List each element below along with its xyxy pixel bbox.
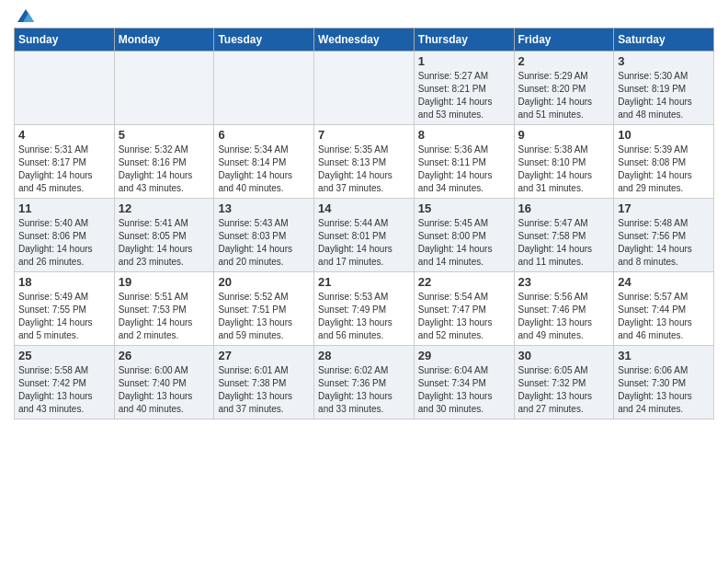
day-info: Sunrise: 6:01 AM Sunset: 7:38 PM Dayligh…	[218, 364, 310, 416]
day-info: Sunrise: 5:52 AM Sunset: 7:51 PM Dayligh…	[218, 291, 310, 342]
weekday-header-tuesday: Tuesday	[214, 29, 314, 52]
day-number: 13	[218, 201, 310, 215]
calendar-cell: 16Sunrise: 5:47 AM Sunset: 7:58 PM Dayli…	[514, 199, 614, 272]
day-info: Sunrise: 6:06 AM Sunset: 7:30 PM Dayligh…	[618, 364, 710, 416]
calendar-cell: 12Sunrise: 5:41 AM Sunset: 8:05 PM Dayli…	[114, 199, 214, 272]
calendar-cell	[114, 52, 214, 125]
day-number: 23	[518, 275, 610, 289]
calendar-cell: 3Sunrise: 5:30 AM Sunset: 8:19 PM Daylig…	[614, 52, 714, 125]
calendar-cell: 28Sunrise: 6:02 AM Sunset: 7:36 PM Dayli…	[314, 346, 415, 419]
logo	[14, 9, 36, 22]
day-number: 21	[318, 275, 410, 289]
day-number: 3	[618, 54, 710, 68]
weekday-header-friday: Friday	[514, 29, 614, 52]
day-info: Sunrise: 5:45 AM Sunset: 8:00 PM Dayligh…	[418, 217, 510, 269]
day-number: 5	[119, 128, 210, 142]
day-number: 19	[119, 275, 210, 289]
day-info: Sunrise: 5:27 AM Sunset: 8:21 PM Dayligh…	[418, 70, 510, 121]
day-info: Sunrise: 5:39 AM Sunset: 8:08 PM Dayligh…	[618, 144, 710, 195]
calendar-cell	[15, 52, 115, 125]
header	[14, 9, 714, 22]
calendar-cell: 25Sunrise: 5:58 AM Sunset: 7:42 PM Dayli…	[15, 346, 115, 419]
day-number: 26	[119, 349, 210, 362]
calendar-cell: 23Sunrise: 5:56 AM Sunset: 7:46 PM Dayli…	[514, 272, 614, 346]
day-number: 11	[18, 201, 110, 215]
day-info: Sunrise: 5:48 AM Sunset: 7:56 PM Dayligh…	[618, 217, 710, 269]
day-info: Sunrise: 5:43 AM Sunset: 8:03 PM Dayligh…	[218, 217, 310, 269]
day-info: Sunrise: 5:47 AM Sunset: 7:58 PM Dayligh…	[518, 217, 610, 269]
calendar-cell: 22Sunrise: 5:54 AM Sunset: 7:47 PM Dayli…	[414, 272, 514, 346]
calendar-cell: 27Sunrise: 6:01 AM Sunset: 7:38 PM Dayli…	[214, 346, 314, 419]
calendar-cell: 18Sunrise: 5:49 AM Sunset: 7:55 PM Dayli…	[15, 272, 115, 346]
calendar-cell: 7Sunrise: 5:35 AM Sunset: 8:13 PM Daylig…	[314, 125, 415, 199]
weekday-header-saturday: Saturday	[614, 29, 714, 52]
day-info: Sunrise: 5:32 AM Sunset: 8:16 PM Dayligh…	[119, 144, 210, 195]
day-info: Sunrise: 5:38 AM Sunset: 8:10 PM Dayligh…	[518, 144, 610, 195]
logo-icon	[16, 6, 36, 26]
calendar-cell: 17Sunrise: 5:48 AM Sunset: 7:56 PM Dayli…	[614, 199, 714, 272]
day-number: 14	[318, 201, 410, 215]
week-row-3: 11Sunrise: 5:40 AM Sunset: 8:06 PM Dayli…	[15, 199, 714, 272]
calendar-cell: 29Sunrise: 6:04 AM Sunset: 7:34 PM Dayli…	[414, 346, 514, 419]
calendar-cell: 15Sunrise: 5:45 AM Sunset: 8:00 PM Dayli…	[414, 199, 514, 272]
day-number: 17	[618, 201, 710, 215]
calendar-cell: 13Sunrise: 5:43 AM Sunset: 8:03 PM Dayli…	[214, 199, 314, 272]
weekday-header-wednesday: Wednesday	[314, 29, 415, 52]
day-number: 2	[518, 54, 610, 68]
day-info: Sunrise: 5:30 AM Sunset: 8:19 PM Dayligh…	[618, 70, 710, 121]
calendar-cell: 21Sunrise: 5:53 AM Sunset: 7:49 PM Dayli…	[314, 272, 415, 346]
day-number: 25	[18, 349, 110, 362]
calendar-cell: 20Sunrise: 5:52 AM Sunset: 7:51 PM Dayli…	[214, 272, 314, 346]
day-info: Sunrise: 5:41 AM Sunset: 8:05 PM Dayligh…	[119, 217, 210, 269]
calendar-cell: 19Sunrise: 5:51 AM Sunset: 7:53 PM Dayli…	[114, 272, 214, 346]
day-info: Sunrise: 6:02 AM Sunset: 7:36 PM Dayligh…	[318, 364, 410, 416]
day-info: Sunrise: 5:54 AM Sunset: 7:47 PM Dayligh…	[418, 291, 510, 342]
day-number: 16	[518, 201, 610, 215]
calendar-cell: 8Sunrise: 5:36 AM Sunset: 8:11 PM Daylig…	[414, 125, 514, 199]
day-number: 7	[318, 128, 410, 142]
weekday-header-thursday: Thursday	[414, 29, 514, 52]
calendar-cell: 11Sunrise: 5:40 AM Sunset: 8:06 PM Dayli…	[15, 199, 115, 272]
page-container: SundayMondayTuesdayWednesdayThursdayFrid…	[0, 0, 728, 429]
day-info: Sunrise: 6:05 AM Sunset: 7:32 PM Dayligh…	[518, 364, 610, 416]
calendar-cell	[314, 52, 415, 125]
day-info: Sunrise: 6:04 AM Sunset: 7:34 PM Dayligh…	[418, 364, 510, 416]
day-number: 31	[618, 349, 710, 362]
calendar-table: SundayMondayTuesdayWednesdayThursdayFrid…	[14, 28, 714, 419]
calendar-cell: 10Sunrise: 5:39 AM Sunset: 8:08 PM Dayli…	[614, 125, 714, 199]
day-number: 27	[218, 349, 310, 362]
weekday-header-monday: Monday	[114, 29, 214, 52]
day-number: 4	[18, 128, 110, 142]
day-info: Sunrise: 6:00 AM Sunset: 7:40 PM Dayligh…	[119, 364, 210, 416]
day-info: Sunrise: 5:56 AM Sunset: 7:46 PM Dayligh…	[518, 291, 610, 342]
day-number: 8	[418, 128, 510, 142]
weekday-header-sunday: Sunday	[15, 29, 115, 52]
day-number: 22	[418, 275, 510, 289]
calendar-cell: 4Sunrise: 5:31 AM Sunset: 8:17 PM Daylig…	[15, 125, 115, 199]
calendar-cell: 5Sunrise: 5:32 AM Sunset: 8:16 PM Daylig…	[114, 125, 214, 199]
day-info: Sunrise: 5:34 AM Sunset: 8:14 PM Dayligh…	[218, 144, 310, 195]
day-info: Sunrise: 5:31 AM Sunset: 8:17 PM Dayligh…	[18, 144, 110, 195]
calendar-cell: 2Sunrise: 5:29 AM Sunset: 8:20 PM Daylig…	[514, 52, 614, 125]
week-row-5: 25Sunrise: 5:58 AM Sunset: 7:42 PM Dayli…	[15, 346, 714, 419]
calendar-cell: 6Sunrise: 5:34 AM Sunset: 8:14 PM Daylig…	[214, 125, 314, 199]
calendar-cell: 31Sunrise: 6:06 AM Sunset: 7:30 PM Dayli…	[614, 346, 714, 419]
day-info: Sunrise: 5:29 AM Sunset: 8:20 PM Dayligh…	[518, 70, 610, 121]
day-number: 9	[518, 128, 610, 142]
day-number: 20	[218, 275, 310, 289]
day-info: Sunrise: 5:51 AM Sunset: 7:53 PM Dayligh…	[119, 291, 210, 342]
day-number: 10	[618, 128, 710, 142]
day-number: 29	[418, 349, 510, 362]
day-info: Sunrise: 5:58 AM Sunset: 7:42 PM Dayligh…	[18, 364, 110, 416]
weekday-header-row: SundayMondayTuesdayWednesdayThursdayFrid…	[15, 29, 714, 52]
calendar-cell: 1Sunrise: 5:27 AM Sunset: 8:21 PM Daylig…	[414, 52, 514, 125]
day-number: 28	[318, 349, 410, 362]
day-info: Sunrise: 5:57 AM Sunset: 7:44 PM Dayligh…	[618, 291, 710, 342]
calendar-cell	[214, 52, 314, 125]
calendar-cell: 26Sunrise: 6:00 AM Sunset: 7:40 PM Dayli…	[114, 346, 214, 419]
day-info: Sunrise: 5:40 AM Sunset: 8:06 PM Dayligh…	[18, 217, 110, 269]
calendar-cell: 14Sunrise: 5:44 AM Sunset: 8:01 PM Dayli…	[314, 199, 415, 272]
day-info: Sunrise: 5:44 AM Sunset: 8:01 PM Dayligh…	[318, 217, 410, 269]
day-number: 30	[518, 349, 610, 362]
day-info: Sunrise: 5:49 AM Sunset: 7:55 PM Dayligh…	[18, 291, 110, 342]
